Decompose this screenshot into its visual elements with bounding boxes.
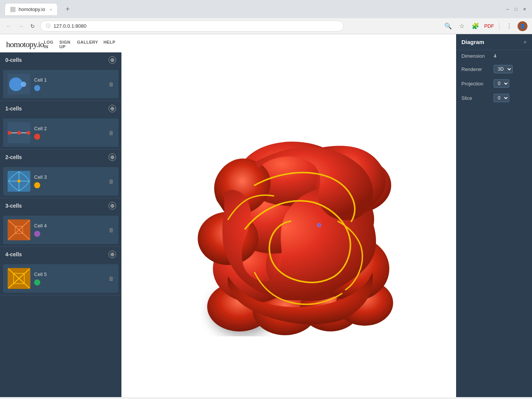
cell-5-item: Cell 5 🗑 <box>3 264 118 293</box>
cell-3-delete-button[interactable]: 🗑 <box>109 178 114 185</box>
add-4-cell-button[interactable]: ⊕ <box>109 251 116 258</box>
section-1-cells-label: 1-cells <box>5 106 22 112</box>
projection-label: Projection <box>461 81 490 87</box>
menu-button[interactable]: ⋮ <box>504 21 515 32</box>
cell-4-item: Cell 4 🗑 <box>3 216 118 244</box>
cell-3-color <box>34 182 40 188</box>
site-logo: homotopy.io <box>6 39 44 49</box>
cell-1-delete-button[interactable]: 🗑 <box>109 81 114 87</box>
cell-1-name: Cell 1 <box>34 77 105 83</box>
section-3-cells-label: 3-cells <box>5 203 22 209</box>
renderer-row: Renderer 3D 2D <box>456 62 532 76</box>
cell-2-thumbnail <box>8 122 30 143</box>
svg-point-1 <box>21 82 26 87</box>
projection-row: Projection 0 1 2 3 <box>456 76 532 91</box>
cell-4-info: Cell 4 <box>34 223 105 237</box>
browser-chrome: homotopy.io × + ─ □ ✕ ← → ↻ ⓘ 127.0.0.1:… <box>0 0 532 34</box>
svg-point-9 <box>17 180 20 183</box>
cell-5-thumbnail <box>8 268 30 289</box>
renderer-label: Renderer <box>461 66 490 72</box>
bookmark-icon[interactable]: ☆ <box>456 21 467 32</box>
cell-4-thumbnail <box>8 219 30 240</box>
back-button[interactable]: ← <box>5 22 13 31</box>
forward-button[interactable]: → <box>17 22 25 31</box>
cell-2-delete-button[interactable]: 🗑 <box>109 130 114 136</box>
site-nav: LOG IN SIGN UP GALLERY HELP <box>44 40 115 49</box>
user-avatar[interactable]: 👤 <box>518 21 527 31</box>
pdf-icon[interactable]: PDF <box>484 21 494 32</box>
slice-row: Slice 0 1 2 3 <box>456 91 532 105</box>
search-icon[interactable]: 🔍 <box>443 21 453 32</box>
dimension-value: 4 <box>494 53 496 59</box>
cell-5-info: Cell 5 <box>34 271 105 285</box>
cell-2-info: Cell 2 <box>34 126 105 140</box>
add-2-cell-button[interactable]: ⊕ <box>109 153 116 161</box>
cell-1-thumb-svg <box>8 74 30 95</box>
add-3-cell-button[interactable]: ⊕ <box>109 202 116 210</box>
add-0-cell-button[interactable]: ⊕ <box>109 56 116 64</box>
refresh-button[interactable]: ↻ <box>29 22 36 31</box>
dimension-row: Dimension 4 <box>456 50 532 62</box>
svg-point-4 <box>17 131 21 135</box>
sidebar-header: homotopy.io LOG IN SIGN UP GALLERY HELP <box>0 34 121 52</box>
cell-5-name: Cell 5 <box>34 271 105 277</box>
cell-4-name: Cell 4 <box>34 223 105 229</box>
browser-tab[interactable]: homotopy.io × <box>5 3 58 15</box>
cell-3-name: Cell 3 <box>34 174 105 180</box>
panel-close-button[interactable]: × <box>524 39 527 45</box>
cell-5-thumb-svg <box>8 268 30 289</box>
cell-4-color <box>34 231 40 237</box>
diagram-3d-shape <box>179 87 399 345</box>
help-link[interactable]: HELP <box>104 40 115 49</box>
section-3-cells-header[interactable]: 3-cells ⊕ <box>0 198 121 213</box>
window-controls: ─ □ ✕ <box>505 6 527 12</box>
shape-container[interactable] <box>175 83 403 349</box>
panel-title: Diagram <box>461 39 484 45</box>
sidebar: homotopy.io LOG IN SIGN UP GALLERY HELP … <box>0 34 121 397</box>
new-tab-button[interactable]: + <box>62 4 73 14</box>
minimize-button[interactable]: ─ <box>505 6 511 12</box>
main-canvas <box>121 34 456 397</box>
section-4-cells-header[interactable]: 4-cells ⊕ <box>0 247 121 262</box>
security-icon: ⓘ <box>46 23 50 29</box>
close-window-button[interactable]: ✕ <box>521 6 527 12</box>
gallery-link[interactable]: GALLERY <box>77 40 98 49</box>
cell-5-delete-button[interactable]: 🗑 <box>109 276 114 282</box>
section-1-cells-header[interactable]: 1-cells ⊕ <box>0 101 121 116</box>
cell-1-info: Cell 1 <box>34 77 105 91</box>
renderer-select[interactable]: 3D 2D <box>494 65 513 73</box>
cell-3-thumb-svg <box>8 171 30 192</box>
cell-3-info: Cell 3 <box>34 174 105 188</box>
cell-3-thumbnail <box>8 171 30 192</box>
url-bar[interactable]: ⓘ 127.0.0.1:8080 <box>40 21 344 32</box>
section-3-cells: 3-cells ⊕ Cell 4 🗑 <box>0 198 121 247</box>
browser-toolbar-right: 🔍 ☆ 🧩 PDF ⋮ 👤 <box>443 21 527 32</box>
extensions-icon[interactable]: 🧩 <box>470 21 481 32</box>
cell-1-thumbnail <box>8 74 30 95</box>
cell-4-thumb-svg <box>8 219 30 240</box>
cell-2-color <box>34 134 40 140</box>
login-link[interactable]: LOG IN <box>44 40 54 49</box>
signup-link[interactable]: SIGN UP <box>60 40 72 49</box>
projection-select[interactable]: 0 1 2 3 <box>494 79 509 88</box>
tab-close-button[interactable]: × <box>50 7 52 12</box>
svg-point-3 <box>8 131 11 135</box>
maximize-button[interactable]: □ <box>513 6 519 12</box>
add-1-cell-button[interactable]: ⊕ <box>109 105 116 112</box>
address-bar: ← → ↻ ⓘ 127.0.0.1:8080 🔍 ☆ 🧩 PDF ⋮ 👤 <box>0 18 532 34</box>
slice-select[interactable]: 0 1 2 3 <box>494 94 509 102</box>
section-0-cells-header[interactable]: 0-cells ⊕ <box>0 52 121 68</box>
avatar-image: 👤 <box>520 24 526 29</box>
cell-4-delete-button[interactable]: 🗑 <box>109 227 114 233</box>
separator <box>499 22 499 30</box>
cell-1-item: Cell 1 🗑 <box>3 70 118 98</box>
section-2-cells-header[interactable]: 2-cells ⊕ <box>0 150 121 165</box>
svg-point-32 <box>317 223 321 227</box>
section-4-cells: 4-cells ⊕ Cell 5 <box>0 247 121 295</box>
cell-2-thumb-svg <box>8 122 30 143</box>
cell-2-item: Cell 2 🗑 <box>3 118 118 147</box>
section-1-cells: 1-cells ⊕ Cell 2 🗑 <box>0 101 121 150</box>
section-2-cells: 2-cells ⊕ Cell 3 <box>0 150 121 198</box>
slice-label: Slice <box>461 95 490 101</box>
diagram-panel: Diagram × Dimension 4 Renderer 3D 2D Pro… <box>456 34 532 397</box>
